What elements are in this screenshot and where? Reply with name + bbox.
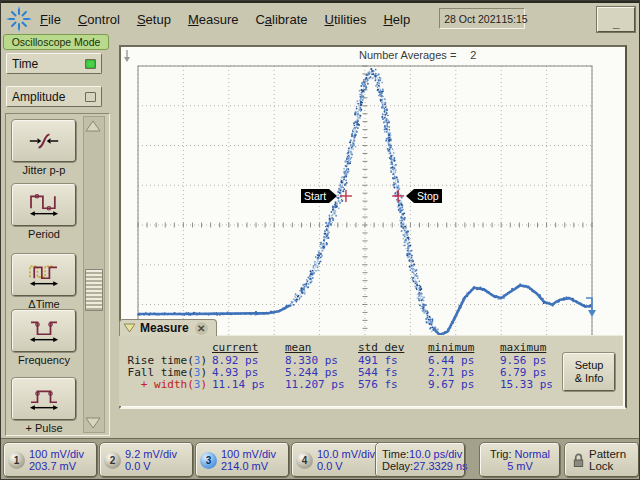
channel-2-button[interactable]: 2 9.2 mV/div0.0 V xyxy=(100,443,193,477)
stop-marker-arrow-icon xyxy=(406,189,414,203)
width-current: 11.14 ps xyxy=(212,378,265,391)
channel-4-badge: 4 xyxy=(296,452,313,469)
width-min: 9.67 ps xyxy=(428,378,474,391)
oscilloscope-window: FileControlSetupMeasureCalibrateUtilitie… xyxy=(0,0,640,480)
menu-file[interactable]: File xyxy=(40,12,61,27)
menu-items: FileControlSetupMeasureCalibrateUtilitie… xyxy=(40,10,427,28)
measure-results-panel: current mean std dev minimum maximum Ris… xyxy=(119,335,623,406)
channel-4-button[interactable]: 4 10.0 mV/div0.0 V xyxy=(292,443,385,477)
period-icon xyxy=(27,192,61,218)
minimize-button[interactable]: _ xyxy=(597,7,635,32)
col-header-mean: mean xyxy=(285,341,312,354)
start-marker-label: Start xyxy=(301,189,329,203)
pattern-lock-button[interactable]: PatternLock xyxy=(565,443,639,477)
time-text: 15:15 xyxy=(501,13,527,25)
col-header-std-dev: std dev xyxy=(358,341,404,354)
setup-info-button[interactable]: Setup & Info xyxy=(563,353,615,391)
amplitude-source-label: Amplitude xyxy=(12,90,65,104)
menu-setup[interactable]: Setup xyxy=(137,12,171,27)
timebase-button[interactable]: Time:10.0 ps/div Delay:27.3329 ns xyxy=(376,443,465,477)
amplitude-source-select[interactable]: Amplitude xyxy=(6,86,102,107)
lock-icon xyxy=(572,452,585,468)
mode-label: Oscilloscope Mode xyxy=(3,34,109,50)
jitter-icon xyxy=(27,129,61,153)
width-mean: 11.207 ps xyxy=(285,378,345,391)
pulse-width-button[interactable]: + Pulse Width xyxy=(12,378,76,436)
delta-time-icon xyxy=(27,262,61,288)
width-max: 15.33 ps xyxy=(500,378,553,391)
period-label: Period xyxy=(12,228,76,240)
amplitude-led-icon xyxy=(85,92,96,102)
menu-bar: FileControlSetupMeasureCalibrateUtilitie… xyxy=(1,1,640,34)
period-button[interactable]: Period xyxy=(12,184,76,240)
time-source-label: Time xyxy=(12,57,38,71)
delta-time-button[interactable]: ΔTime xyxy=(12,254,76,310)
number-averages-value: 2 xyxy=(470,49,476,61)
menu-help[interactable]: Help xyxy=(383,12,410,27)
status-bar: 1 100 mV/div203.7 mV 2 9.2 mV/div0.0 V 3… xyxy=(1,438,640,480)
measure-tab[interactable]: Measure ✕ xyxy=(119,319,217,336)
channel-1-badge: 1 xyxy=(8,452,25,469)
menu-utilities[interactable]: Utilities xyxy=(325,12,367,27)
stop-marker-label: Stop xyxy=(414,189,442,203)
col-header-maximum: maximum xyxy=(500,341,546,354)
trigger-button[interactable]: Trig: Normal 5 mV xyxy=(480,443,560,477)
datetime-display[interactable]: 28 Oct 2021 15:15 xyxy=(439,8,525,29)
menu-control[interactable]: Control xyxy=(78,12,120,27)
frequency-button[interactable]: Frequency xyxy=(12,310,76,366)
channel-2-badge: 2 xyxy=(104,452,121,469)
frequency-icon xyxy=(27,318,61,344)
time-source-select[interactable]: Time xyxy=(6,53,102,74)
close-icon[interactable]: ✕ xyxy=(195,322,208,335)
pulse-width-label: + Pulse Width xyxy=(12,422,76,436)
start-marker[interactable]: Start xyxy=(301,189,337,203)
channel-3-badge: 3 xyxy=(200,452,217,469)
scroll-down-icon[interactable] xyxy=(85,416,101,430)
sidebar-scrollbar[interactable] xyxy=(83,116,105,433)
time-led-icon xyxy=(85,59,96,69)
width-std: 576 fs xyxy=(358,378,398,391)
measurement-button-panel: Jitter p-p Period ΔTime xyxy=(5,113,110,436)
start-marker-arrow-icon xyxy=(329,189,337,203)
jitter-pp-label: Jitter p-p xyxy=(12,164,76,176)
scroll-up-icon[interactable] xyxy=(85,119,101,133)
scrollbar-thumb[interactable] xyxy=(85,269,103,311)
delta-time-label: ΔTime xyxy=(12,298,76,310)
menu-measure[interactable]: Measure xyxy=(188,12,239,27)
stop-marker[interactable]: Stop xyxy=(406,189,442,203)
pulse-width-icon xyxy=(27,386,61,412)
jitter-pp-button[interactable]: Jitter p-p xyxy=(12,120,76,176)
frequency-label: Frequency xyxy=(12,354,76,366)
channel-1-button[interactable]: 1 100 mV/div203.7 mV xyxy=(4,443,97,477)
channel-3-button[interactable]: 3 100 mV/div214.0 mV xyxy=(196,443,289,477)
collapse-triangle-icon[interactable] xyxy=(123,323,136,333)
col-header-current: current xyxy=(212,341,258,354)
agilent-logo-icon xyxy=(6,6,32,32)
number-averages-readout: Number Averages =2 xyxy=(359,49,476,61)
row-label-plus-width: + width(3) xyxy=(119,378,207,391)
measure-tab-label: Measure xyxy=(140,321,189,335)
col-header-minimum: minimum xyxy=(428,341,474,354)
date-text: 28 Oct 2021 xyxy=(444,13,501,25)
menu-calibrate[interactable]: Calibrate xyxy=(255,12,307,27)
